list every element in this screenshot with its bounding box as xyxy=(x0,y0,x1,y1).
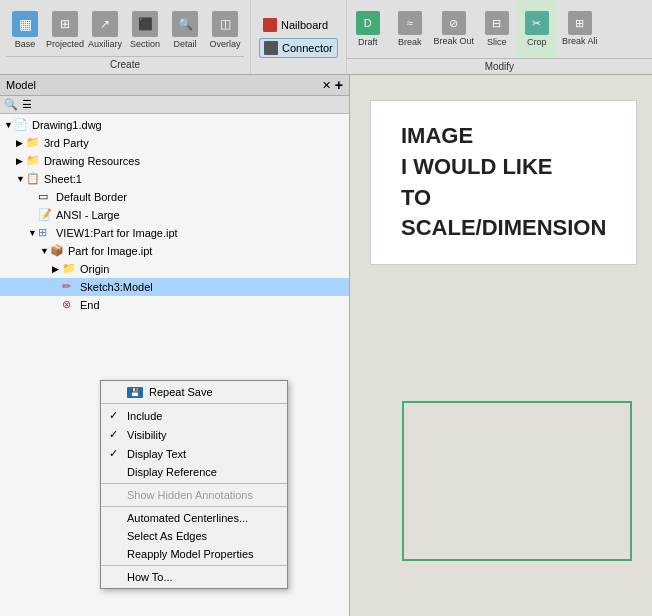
ctx-visibility[interactable]: ✓ Visibility xyxy=(101,425,287,444)
ctx-separator-2 xyxy=(101,483,287,484)
connector-button[interactable]: Connector xyxy=(259,38,338,58)
ctx-select-as-edges[interactable]: Select As Edges xyxy=(101,527,287,545)
tree-item-defborder[interactable]: ▭ Default Border xyxy=(0,188,349,206)
break-ali-button[interactable]: ⊞ Break Ali xyxy=(557,0,603,58)
item-icon: ▭ xyxy=(38,190,54,204)
ctx-display-reference[interactable]: Display Reference xyxy=(101,463,287,481)
section-button[interactable]: ⬛ Section xyxy=(126,4,164,56)
sidebar-title: Model xyxy=(6,79,318,91)
add-icon[interactable]: + xyxy=(335,77,343,93)
save-icon: 💾 xyxy=(127,387,143,398)
ctx-check-displaytext: ✓ xyxy=(109,447,123,460)
tree-item-3rdparty[interactable]: ▶ 📁 3rd Party xyxy=(0,134,349,152)
sketch-icon: ✏ xyxy=(62,280,78,294)
ctx-repeat-save[interactable]: 💾 Repeat Save xyxy=(101,383,287,401)
create-label: Create xyxy=(6,56,244,70)
ctx-show-hidden: Show Hidden Annotations xyxy=(101,486,287,504)
menu-icon[interactable]: ☰ xyxy=(22,98,32,111)
tree-item-sketch3model[interactable]: ✏ Sketch3:Model xyxy=(0,278,349,296)
tree-item-drawres[interactable]: ▶ 📁 Drawing Resources xyxy=(0,152,349,170)
overlay-button[interactable]: ◫ Overlay xyxy=(206,4,244,56)
content-area: IMAGE I WOULD LIKE TO SCALE/DIMENSION xyxy=(350,75,652,616)
sidebar-header: Model ✕ + xyxy=(0,75,349,96)
end-icon: ⊗ xyxy=(62,298,78,312)
context-menu: 💾 Repeat Save ✓ Include ✓ Visibility ✓ D… xyxy=(100,380,288,589)
nailboard-button[interactable]: Nailboard xyxy=(259,16,338,34)
ctx-separator-3 xyxy=(101,506,287,507)
ctx-include[interactable]: ✓ Include xyxy=(101,406,287,425)
ctx-automated-centerlines[interactable]: Automated Centerlines... xyxy=(101,509,287,527)
file-icon: 📄 xyxy=(14,118,30,132)
break-out-button[interactable]: ⊘ Break Out xyxy=(431,0,477,58)
crop-button[interactable]: ✂ Crop xyxy=(517,0,557,58)
ctx-display-text[interactable]: ✓ Display Text xyxy=(101,444,287,463)
close-button[interactable]: ✕ xyxy=(322,79,331,92)
base-button[interactable]: ▦ Base xyxy=(6,4,44,56)
tree-item-view1[interactable]: ▼ ⊞ VIEW1:Part for Image.ipt xyxy=(0,224,349,242)
tree-item-origin[interactable]: ▶ 📁 Origin xyxy=(0,260,349,278)
break-button[interactable]: ≈ Break xyxy=(389,0,431,58)
tree-item-sheet1[interactable]: ▼ 📋 Sheet:1 xyxy=(0,170,349,188)
draft-button[interactable]: D Draft xyxy=(347,0,389,58)
ctx-how-to[interactable]: How To... xyxy=(101,568,287,586)
auxiliary-button[interactable]: ↗ Auxiliary xyxy=(86,4,124,56)
search-icon[interactable]: 🔍 xyxy=(4,98,18,111)
sheet-icon: 📋 xyxy=(26,172,42,186)
ctx-check-include: ✓ xyxy=(109,409,123,422)
ctx-reapply-model-props[interactable]: Reapply Model Properties xyxy=(101,545,287,563)
modify-label: Modify xyxy=(347,58,652,74)
tree-item-partforimage[interactable]: ▼ 📦 Part for Image.ipt xyxy=(0,242,349,260)
detail-button[interactable]: 🔍 Detail xyxy=(166,4,204,56)
tree-item-ansilarge[interactable]: 📝 ANSI - Large xyxy=(0,206,349,224)
projected-button[interactable]: ⊞ Projected xyxy=(46,4,84,56)
item-icon: 📝 xyxy=(38,208,54,222)
ctx-check-visibility: ✓ xyxy=(109,428,123,441)
slice-button[interactable]: ⊟ Slice xyxy=(477,0,517,58)
ctx-separator-1 xyxy=(101,403,287,404)
part-icon: 📦 xyxy=(50,244,66,258)
origin-icon: 📁 xyxy=(62,262,78,276)
green-rectangle xyxy=(402,401,632,561)
view-icon: ⊞ xyxy=(38,226,54,240)
tree-item-end[interactable]: ⊗ End xyxy=(0,296,349,314)
folder-icon: 📁 xyxy=(26,154,42,168)
ctx-separator-4 xyxy=(101,565,287,566)
image-placeholder: IMAGE I WOULD LIKE TO SCALE/DIMENSION xyxy=(370,100,637,265)
folder-icon: 📁 xyxy=(26,136,42,150)
tree-item-drawing1[interactable]: ▼ 📄 Drawing1.dwg xyxy=(0,116,349,134)
